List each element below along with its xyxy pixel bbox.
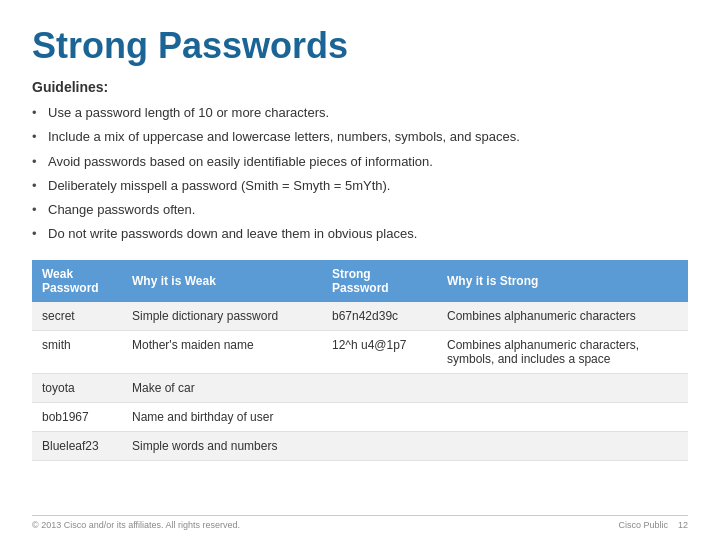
table-cell: Simple dictionary password (122, 302, 322, 331)
footer-policy: Cisco Public (618, 520, 668, 530)
footer-page: 12 (678, 520, 688, 530)
bullet-item: Include a mix of uppercase and lowercase… (32, 125, 688, 149)
table-cell (437, 403, 688, 432)
table-cell: smith (32, 331, 122, 374)
footer-right: Cisco Public 12 (618, 520, 688, 530)
table-cell: Blueleaf23 (32, 432, 122, 461)
table-row: secretSimple dictionary passwordb67n42d3… (32, 302, 688, 331)
table-header-why-weak: Why it is Weak (122, 260, 322, 302)
table-row: Blueleaf23Simple words and numbers (32, 432, 688, 461)
table-cell: Make of car (122, 374, 322, 403)
table-header-why-strong: Why it is Strong (437, 260, 688, 302)
bullet-item: Avoid passwords based on easily identifi… (32, 150, 688, 174)
table-cell: Combines alphanumeric characters, symbol… (437, 331, 688, 374)
table-cell: Name and birthday of user (122, 403, 322, 432)
bullet-item: Do not write passwords down and leave th… (32, 222, 688, 246)
table-row: bob1967Name and birthday of user (32, 403, 688, 432)
table-row: toyotaMake of car (32, 374, 688, 403)
bullet-item: Use a password length of 10 or more char… (32, 101, 688, 125)
table-cell: 12^h u4@1p7 (322, 331, 437, 374)
table-header-strong-password: Strong Password (322, 260, 437, 302)
bullet-item: Deliberately misspell a password (Smith … (32, 174, 688, 198)
table-cell: secret (32, 302, 122, 331)
table-cell (437, 432, 688, 461)
table-cell: Simple words and numbers (122, 432, 322, 461)
guidelines-label: Guidelines: (32, 79, 688, 95)
bullet-item: Change passwords often. (32, 198, 688, 222)
table-cell: b67n42d39c (322, 302, 437, 331)
table-body: secretSimple dictionary passwordb67n42d3… (32, 302, 688, 461)
page-title: Strong Passwords (32, 24, 688, 67)
footer: © 2013 Cisco and/or its affiliates. All … (32, 515, 688, 530)
table-cell (322, 374, 437, 403)
table-cell: toyota (32, 374, 122, 403)
footer-copyright: © 2013 Cisco and/or its affiliates. All … (32, 520, 240, 530)
table-cell: Mother's maiden name (122, 331, 322, 374)
table-row: smithMother's maiden name12^h u4@1p7Comb… (32, 331, 688, 374)
table-header-weak-password: Weak Password (32, 260, 122, 302)
table-cell (322, 432, 437, 461)
table-cell (437, 374, 688, 403)
table-cell: bob1967 (32, 403, 122, 432)
bullet-list: Use a password length of 10 or more char… (32, 101, 688, 246)
table-cell (322, 403, 437, 432)
password-table: Weak Password Why it is Weak Strong Pass… (32, 260, 688, 461)
table-cell: Combines alphanumeric characters (437, 302, 688, 331)
slide: Strong Passwords Guidelines: Use a passw… (0, 0, 720, 540)
